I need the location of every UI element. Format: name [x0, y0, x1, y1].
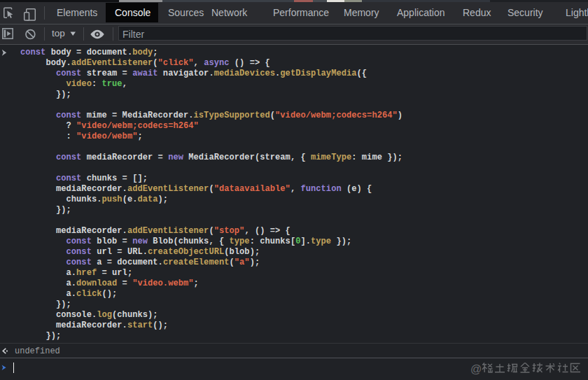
svg-text:@: @ [470, 363, 482, 375]
